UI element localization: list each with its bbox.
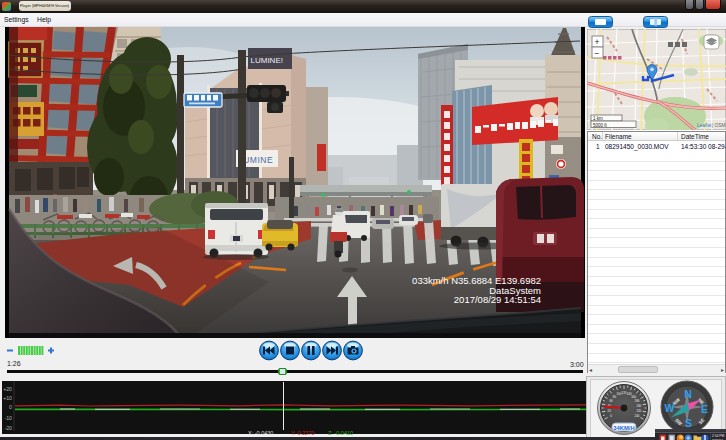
svg-text:20: 20 bbox=[608, 409, 612, 413]
svg-text:N: N bbox=[684, 388, 692, 400]
svg-text:+: + bbox=[595, 37, 600, 47]
svg-text:Leaflet: Leaflet bbox=[697, 123, 712, 128]
svg-text:+20: +20 bbox=[3, 386, 12, 392]
svg-text:Z: -0.0410: Z: -0.0410 bbox=[328, 430, 353, 436]
svg-text:0: 0 bbox=[9, 404, 12, 410]
svg-text:2:54 PM: 2:54 PM bbox=[712, 434, 725, 438]
svg-text:180: 180 bbox=[635, 399, 640, 403]
svg-text:+10: +10 bbox=[3, 395, 12, 401]
svg-text:5000 ft: 5000 ft bbox=[593, 123, 608, 128]
svg-text:240: 240 bbox=[635, 414, 640, 418]
svg-text:Y: 0.2270: Y: 0.2270 bbox=[291, 430, 314, 436]
svg-text:−: − bbox=[595, 48, 600, 58]
svg-text:S: S bbox=[685, 417, 692, 429]
svg-text:1 km: 1 km bbox=[593, 116, 603, 121]
svg-text:| OSM: | OSM bbox=[712, 123, 726, 128]
svg-text:220: 220 bbox=[636, 409, 641, 413]
svg-text:200: 200 bbox=[636, 404, 641, 408]
svg-text:-10: -10 bbox=[5, 415, 13, 421]
svg-text:-20: -20 bbox=[5, 425, 13, 431]
svg-text:34KM/H: 34KM/H bbox=[613, 425, 634, 431]
svg-text:X: -0.0430: X: -0.0430 bbox=[248, 430, 273, 436]
svg-text:LUMINE!: LUMINE! bbox=[251, 56, 283, 65]
svg-text:60: 60 bbox=[609, 399, 613, 403]
